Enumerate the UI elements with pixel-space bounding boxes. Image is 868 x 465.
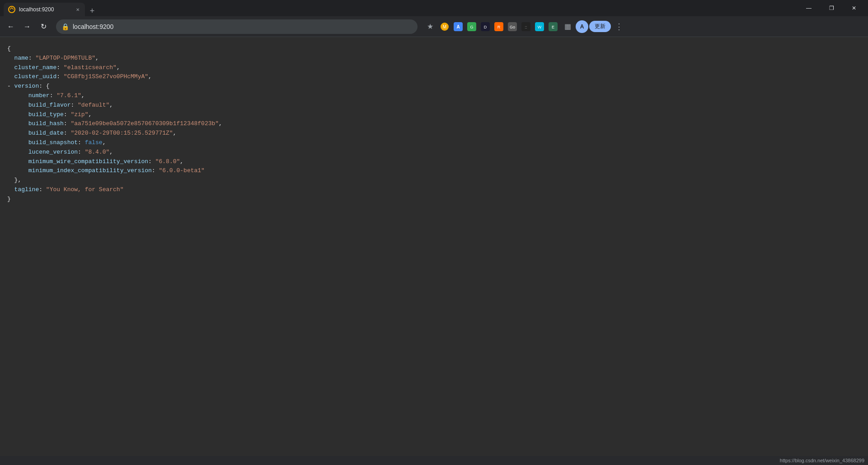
svg-text:G: G (470, 25, 473, 29)
json-version-line: - version: { (7, 82, 861, 91)
json-build-date-line: build_date: "2020-02-29T00:15:25.529771Z… (7, 129, 861, 138)
json-build-snapshot-line: build_snapshot: false, (7, 138, 861, 148)
tab-close-button[interactable]: ✕ (74, 6, 81, 13)
status-bar: https://blog.csdn.net/weixin_43868299 (0, 456, 868, 465)
url-text: localhost:9200 (73, 23, 412, 30)
json-build-hash-line: build_hash: "aa751e09be0a5072e8570670309… (7, 119, 861, 129)
json-name-line: name: "LAPTOP-DPM6TULB", (7, 54, 861, 63)
svg-text:R: R (497, 25, 501, 29)
title-bar: localhost:9200 ✕ + — ❐ ✕ (0, 0, 868, 16)
window-controls: — ❐ ✕ (798, 0, 864, 16)
svg-text:M: M (443, 24, 446, 29)
svg-text:::: :: (525, 25, 527, 29)
active-tab[interactable]: localhost:9200 ✕ (4, 3, 85, 16)
json-tagline-line: tagline: "You Know, for Search" (7, 185, 861, 195)
svg-text:W: W (538, 25, 542, 29)
tab-favicon (8, 6, 15, 13)
ext-icon-1[interactable]: M (438, 20, 451, 33)
json-open-brace: { (7, 44, 861, 54)
ext-icon-4[interactable]: D (479, 20, 492, 33)
json-number-line: number: "7.6.1", (7, 91, 861, 101)
tab-title: localhost:9200 (19, 6, 70, 13)
json-content-area: { name: "LAPTOP-DPM6TULB", cluster_name:… (0, 37, 868, 456)
json-lucene-version-line: lucene_version: "8.4.0", (7, 148, 861, 157)
svg-text:A: A (456, 24, 460, 29)
ext-icon-9[interactable]: E (547, 20, 559, 33)
json-min-wire-line: minimum_wire_compatibility_version: "6.8… (7, 157, 861, 167)
json-close-brace: } (7, 195, 861, 204)
tab-bar: localhost:9200 ✕ + (4, 0, 793, 16)
ext-icon-2[interactable]: A (452, 20, 464, 33)
ext-icon-5[interactable]: R (493, 20, 505, 33)
extension-icons: ★ M A G (423, 19, 626, 34)
address-bar[interactable]: 🔒 localhost:9200 (56, 19, 418, 34)
ext-icon-6[interactable]: Go (506, 20, 519, 33)
star-button[interactable]: ★ (423, 19, 437, 34)
json-cluster-uuid-line: cluster_uuid: "CG8fbj1SSe27vo0PHcMMyA", (7, 72, 861, 82)
svg-text:E: E (552, 25, 554, 29)
new-tab-button[interactable]: + (87, 5, 98, 16)
json-cluster-name-line: cluster_name: "elasticsearch", (7, 63, 861, 73)
status-url: https://blog.csdn.net/weixin_43868299 (780, 458, 864, 463)
json-min-index-line: minimum_index_compatibility_version: "6.… (7, 166, 861, 176)
minimize-button[interactable]: — (798, 0, 819, 16)
ext-icon-8[interactable]: W (533, 20, 546, 33)
json-version-close-line: }, (7, 176, 861, 185)
close-button[interactable]: ✕ (844, 0, 864, 16)
svg-text:D: D (484, 25, 487, 29)
back-button[interactable]: ← (4, 19, 18, 34)
json-build-flavor-line: build_flavor: "default", (7, 101, 861, 110)
json-build-type-line: build_type: "zip", (7, 110, 861, 120)
maximize-button[interactable]: ❐ (821, 0, 842, 16)
update-button[interactable]: 更新 (589, 21, 611, 32)
menu-button[interactable]: ⋮ (612, 19, 626, 34)
forward-button[interactable]: → (20, 19, 34, 34)
extensions-button[interactable]: ▦ (560, 19, 575, 34)
profile-button[interactable]: A (576, 20, 588, 33)
ext-icon-7[interactable]: :: (520, 20, 532, 33)
svg-text:Go: Go (510, 25, 515, 29)
nav-bar: ← → ↻ 🔒 localhost:9200 ★ M A (0, 16, 868, 37)
refresh-button[interactable]: ↻ (36, 19, 51, 34)
ext-icon-3[interactable]: G (465, 20, 478, 33)
